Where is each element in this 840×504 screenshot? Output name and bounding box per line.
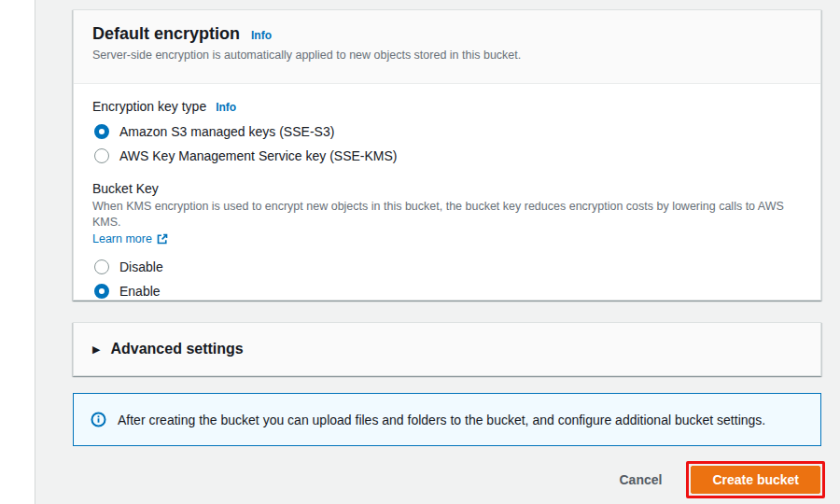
external-link-icon bbox=[157, 233, 172, 245]
red-highlight-annotation: Create bucket bbox=[686, 461, 825, 498]
radio-unselected-icon bbox=[94, 259, 109, 274]
radio-option-label: AWS Key Management Service key (SSE-KMS) bbox=[119, 148, 397, 163]
radio-unselected-icon bbox=[94, 148, 109, 163]
bucket-key-description: When KMS encryption is used to encrypt n… bbox=[92, 199, 802, 231]
default-encryption-card: Default encryption Info Server-side encr… bbox=[73, 9, 821, 301]
bucket-key-section: Bucket Key When KMS encryption is used t… bbox=[92, 181, 802, 299]
cancel-button[interactable]: Cancel bbox=[619, 472, 662, 487]
info-circle-icon bbox=[91, 412, 106, 427]
left-gutter bbox=[0, 0, 35, 504]
radio-option-enable[interactable]: Enable bbox=[94, 284, 802, 299]
radio-selected-icon bbox=[94, 284, 109, 299]
radio-selected-icon bbox=[94, 124, 109, 139]
create-bucket-button[interactable]: Create bucket bbox=[691, 466, 820, 494]
radio-option-sse-kms[interactable]: AWS Key Management Service key (SSE-KMS) bbox=[94, 148, 802, 163]
learn-more-link[interactable]: Learn more bbox=[92, 232, 152, 245]
radio-option-label: Disable bbox=[119, 259, 163, 274]
radio-option-label: Amazon S3 managed keys (SSE-S3) bbox=[119, 124, 334, 139]
radio-option-sse-s3[interactable]: Amazon S3 managed keys (SSE-S3) bbox=[94, 124, 802, 139]
advanced-settings-expander[interactable]: ▶ Advanced settings bbox=[73, 322, 821, 376]
encryption-key-type-label: Encryption key type bbox=[92, 99, 206, 114]
default-encryption-header: Default encryption Info Server-side encr… bbox=[74, 10, 820, 84]
default-encryption-info-link[interactable]: Info bbox=[251, 29, 272, 42]
info-alert: After creating the bucket you can upload… bbox=[73, 393, 821, 446]
default-encryption-subtitle: Server-side encryption is automatically … bbox=[92, 49, 802, 62]
default-encryption-body: Encryption key type Info Amazon S3 manag… bbox=[74, 84, 820, 325]
advanced-settings-title: Advanced settings bbox=[110, 341, 243, 357]
bucket-key-label: Bucket Key bbox=[92, 181, 802, 196]
radio-option-disable[interactable]: Disable bbox=[94, 259, 802, 274]
radio-option-label: Enable bbox=[119, 284, 161, 299]
expand-caret-icon: ▶ bbox=[92, 343, 100, 356]
info-alert-text: After creating the bucket you can upload… bbox=[118, 413, 765, 427]
default-encryption-title: Default encryption bbox=[92, 24, 240, 44]
encryption-key-type-info-link[interactable]: Info bbox=[216, 101, 236, 114]
footer-actions: Cancel Create bucket bbox=[73, 461, 825, 498]
